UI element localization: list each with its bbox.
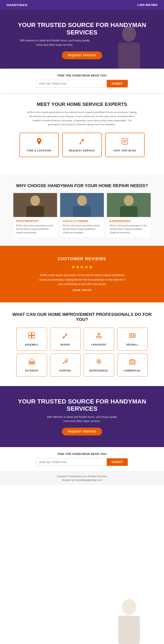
logo: HANDYMAN bbox=[7, 3, 28, 7]
svg-rect-9 bbox=[27, 206, 44, 217]
hammer-icon-wrap bbox=[66, 138, 98, 146]
why-section: WHY CHOOSE HANDYMAN FOR YOUR HOME REPAIR… bbox=[0, 174, 164, 246]
why-card-trustworthy: TRUSTWORTHY All the Lorem Ipsum generato… bbox=[13, 193, 57, 237]
svg-rect-30 bbox=[33, 362, 34, 364]
why-card-img-2 bbox=[60, 193, 104, 217]
service-card-repair[interactable]: REPAIR bbox=[50, 328, 81, 350]
service-label-drywall: DRYWALL bbox=[126, 344, 138, 346]
why-card-body-1: TRUSTWORTHY All the Lorem Ipsum generato… bbox=[13, 217, 57, 237]
reviews-stars: ★★★★★ bbox=[13, 264, 151, 270]
svg-line-44 bbox=[100, 360, 101, 360]
why-card-experienced: EXPERIENCED All the Lorem Ipsum generato… bbox=[107, 193, 151, 237]
svg-point-14 bbox=[124, 196, 134, 206]
why-card-title-1: TRUSTWORTHY bbox=[16, 220, 54, 223]
why-card-img-1 bbox=[13, 193, 57, 217]
painting-icon bbox=[52, 358, 79, 367]
svg-rect-2 bbox=[79, 143, 81, 144]
service-card-drywall[interactable]: DRYWALL bbox=[117, 328, 148, 350]
hero-section: YOUR TRUSTED SOURCE FOR HANDYMAN SERVICE… bbox=[0, 10, 164, 71]
action-card-location[interactable]: FIND A LOCATION bbox=[20, 133, 59, 157]
hero-cta-button[interactable]: REQUEST SERVICE bbox=[62, 52, 102, 59]
header: HANDYMAN 1-800-468-5865 bbox=[0, 0, 164, 10]
service-label-repair: REPAIR bbox=[61, 344, 70, 346]
hero-description: With attention to detail and flexible ho… bbox=[18, 38, 92, 47]
action-card-service[interactable]: REQUEST SERVICE bbox=[62, 133, 102, 157]
maintenance-icon bbox=[86, 358, 112, 367]
action-card-location-label: FIND A LOCATION bbox=[27, 149, 51, 152]
blog-icon bbox=[121, 138, 129, 145]
services-section: WHAT CAN OUR HOME IMPROVEMENT PROFESSION… bbox=[0, 302, 164, 386]
why-cards: TRUSTWORTHY All the Lorem Ipsum generato… bbox=[7, 193, 157, 237]
svg-rect-31 bbox=[34, 362, 35, 364]
svg-line-42 bbox=[100, 363, 101, 364]
why-card-title-2: LOCALLY-OWNED bbox=[63, 220, 101, 223]
service-label-commercial: COMMERCIAL bbox=[124, 370, 141, 372]
svg-rect-18 bbox=[29, 336, 32, 338]
action-card-blog-label: VISIT OUR BLOG bbox=[114, 149, 136, 152]
svg-point-36 bbox=[98, 361, 99, 362]
repair-icon bbox=[52, 332, 79, 341]
svg-rect-15 bbox=[120, 206, 137, 217]
svg-rect-48 bbox=[130, 362, 131, 364]
reviewer-name: JOHN SMITH bbox=[13, 289, 151, 292]
hero-title: YOUR TRUSTED SOURCE FOR HANDYMAN SERVICE… bbox=[18, 21, 146, 36]
service-card-maintenance[interactable]: MAINTENANCE bbox=[84, 354, 114, 376]
reviews-section: CUSTOMER REVIEWS ★★★★★ All the Lorem Ips… bbox=[0, 246, 164, 302]
hero2-title: YOUR TRUSTED SOURCE FOR HANDYMAN SERVICE… bbox=[18, 398, 146, 412]
service-label-carpentry: CARPENTRY bbox=[91, 344, 107, 346]
drywall-icon bbox=[119, 332, 146, 341]
service-card-exterior[interactable]: EXTERIOR bbox=[16, 354, 47, 376]
svg-rect-28 bbox=[30, 362, 31, 364]
service-card-painting[interactable]: PAINTING bbox=[50, 354, 81, 376]
why-title: WHY CHOOSE HANDYMAN FOR YOUR HOME REPAIR… bbox=[7, 183, 157, 188]
reviews-title: CUSTOMER REVIEWS bbox=[13, 257, 151, 261]
svg-point-8 bbox=[30, 196, 40, 206]
why-card-text-1: All the Lorem Ipsum generators on the In… bbox=[16, 224, 54, 234]
service-label-painting: PAINTING bbox=[59, 370, 71, 372]
meet-title: MEET YOUR HOME SERVICE EXPERTS bbox=[11, 102, 153, 107]
why-card-locally-owned: LOCALLY-OWNED All the Lorem Ipsum genera… bbox=[60, 193, 104, 237]
service-label-assembly: ASSEMBLY bbox=[25, 344, 38, 346]
service-card-commercial[interactable]: COMMERCIAL bbox=[117, 354, 148, 376]
meet-section: MEET YOUR HOME SERVICE EXPERTS All the L… bbox=[0, 93, 164, 174]
search2-section: FIND THE HANDYMAN NEAR YOU SUBMIT bbox=[0, 447, 164, 471]
why-card-img-3 bbox=[107, 193, 151, 217]
svg-point-11 bbox=[77, 196, 87, 206]
why-card-body-2: LOCALLY-OWNED All the Lorem Ipsum genera… bbox=[60, 217, 104, 237]
svg-rect-29 bbox=[32, 362, 32, 364]
search-submit-button[interactable]: SUBMIT bbox=[107, 80, 128, 87]
service-label-maintenance: MAINTENANCE bbox=[90, 370, 108, 372]
hero2-description: With attention to detail and flexible ho… bbox=[45, 415, 119, 423]
service-card-carpentry[interactable]: CARPENTRY bbox=[84, 328, 114, 350]
svg-rect-21 bbox=[96, 336, 102, 338]
service-card-assembly[interactable]: ASSEMBLY bbox=[16, 328, 47, 350]
search2-bar: SUBMIT bbox=[36, 458, 128, 466]
assembly-icon bbox=[18, 332, 45, 341]
service-label-exterior: EXTERIOR bbox=[25, 370, 38, 372]
svg-rect-19 bbox=[32, 336, 35, 338]
svg-rect-17 bbox=[32, 333, 35, 335]
why-card-text-2: All the Lorem Ipsum generators on the In… bbox=[63, 224, 101, 234]
action-card-blog[interactable]: VISIT OUR BLOG bbox=[105, 133, 144, 157]
why-card-text-3: All the Lorem Ipsum generators on the In… bbox=[110, 224, 148, 234]
action-cards: FIND A LOCATION REQUEST SERVICE VISIT bbox=[11, 133, 153, 166]
hero2-cta-button[interactable]: REQUEST SERVICE bbox=[62, 428, 102, 436]
search2-submit-button[interactable]: SUBMIT bbox=[107, 458, 128, 466]
svg-rect-49 bbox=[133, 362, 134, 364]
commercial-icon bbox=[119, 358, 146, 367]
search-input[interactable] bbox=[36, 80, 107, 87]
search2-input[interactable] bbox=[36, 458, 107, 466]
location-icon-wrap bbox=[23, 138, 55, 146]
footer: Copyright © domainname.com, All Rights R… bbox=[0, 471, 164, 485]
svg-rect-45 bbox=[129, 360, 135, 364]
svg-rect-27 bbox=[29, 362, 30, 364]
phone-number: 1-800-468-5865 bbox=[137, 3, 157, 6]
hammer-icon bbox=[78, 138, 86, 145]
footer-copyright: Copyright © domainname.com, All Rights R… bbox=[4, 474, 160, 478]
exterior-icon bbox=[18, 358, 45, 367]
why-card-body-3: EXPERIENCED All the Lorem Ipsum generato… bbox=[107, 217, 151, 237]
services-title: WHAT CAN OUR HOME IMPROVEMENT PROFESSION… bbox=[7, 312, 157, 322]
search2-title: FIND THE HANDYMAN NEAR YOU bbox=[9, 452, 155, 456]
svg-rect-22 bbox=[129, 334, 135, 338]
blog-icon-wrap bbox=[109, 138, 141, 146]
